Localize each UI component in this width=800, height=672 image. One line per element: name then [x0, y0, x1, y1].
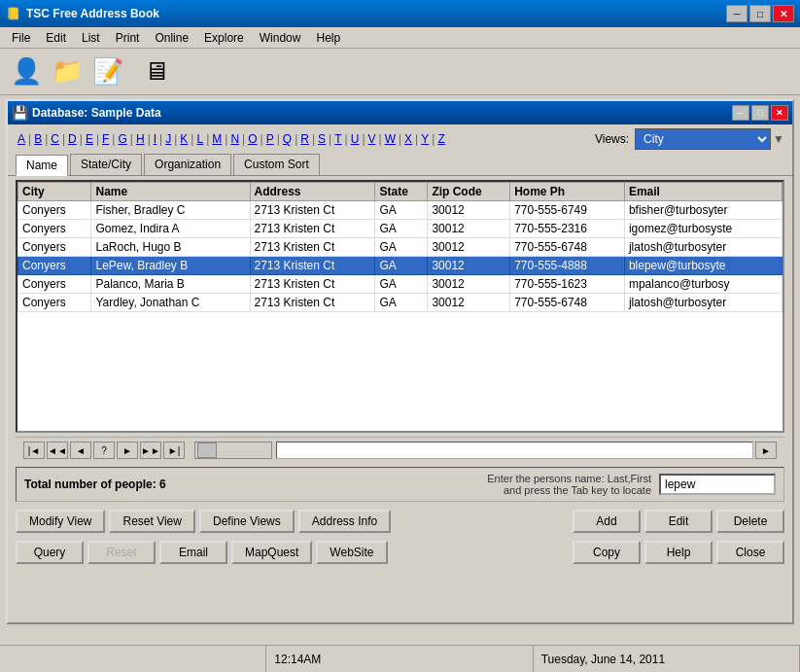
reset-button[interactable]: Reset	[87, 541, 156, 564]
status-time: 12:14AM	[266, 646, 533, 672]
db-title: Database: Sample Data	[32, 106, 161, 120]
alpha-F[interactable]: F	[100, 132, 111, 146]
alpha-Q[interactable]: Q	[281, 132, 294, 146]
menu-print[interactable]: Print	[108, 29, 148, 47]
alpha-X[interactable]: X	[402, 132, 414, 146]
col-state[interactable]: State	[375, 183, 428, 201]
toolbar-person-button[interactable]: 👤	[8, 53, 45, 90]
alpha-J[interactable]: J	[163, 132, 173, 146]
add-button[interactable]: Add	[573, 510, 641, 533]
nav-scrollbar[interactable]	[194, 442, 272, 459]
edit-button[interactable]: Edit	[644, 510, 713, 533]
alpha-M[interactable]: M	[210, 132, 224, 146]
tab-name[interactable]: Name	[16, 155, 68, 176]
nav-help[interactable]: ?	[93, 442, 115, 459]
table-row[interactable]: ConyersLePew, Bradley B2713 Kristen CtGA…	[18, 257, 783, 275]
db-icon: 💾	[12, 105, 28, 121]
scroll-right[interactable]: ►	[755, 442, 777, 459]
menu-edit[interactable]: Edit	[38, 29, 74, 47]
app-icon: 📒	[6, 7, 20, 20]
nav-prev-page[interactable]: ◄◄	[47, 442, 68, 459]
tab-custom-sort[interactable]: Custom Sort	[233, 154, 320, 175]
search-hint: Enter the persons name: Last,Firstand pr…	[487, 473, 651, 496]
db-close-btn[interactable]: ✕	[771, 105, 788, 121]
views-dropdown[interactable]: City State Zip Name	[635, 128, 771, 150]
alpha-O[interactable]: O	[246, 132, 259, 146]
col-zip[interactable]: Zip Code	[428, 183, 510, 201]
table-row[interactable]: ConyersLaRoch, Hugo B2713 Kristen CtGA30…	[18, 238, 783, 257]
title-bar: 📒 TSC Free Address Book ─ □ ✕	[0, 0, 800, 27]
alpha-T[interactable]: T	[332, 132, 343, 146]
menu-help[interactable]: Help	[308, 29, 348, 47]
maximize-button[interactable]: □	[749, 5, 771, 22]
col-name[interactable]: Name	[91, 183, 250, 201]
tab-bar: Name State/City Organization Custom Sort	[8, 154, 792, 176]
alpha-R[interactable]: R	[298, 132, 311, 146]
delete-button[interactable]: Delete	[716, 510, 784, 533]
toolbar-folder-button[interactable]: 📁	[49, 53, 86, 90]
alpha-W[interactable]: W	[383, 132, 398, 146]
reset-view-button[interactable]: Reset View	[109, 510, 194, 533]
folder-icon: 📁	[52, 56, 83, 87]
close-button[interactable]: Close	[716, 541, 784, 564]
nav-next-page[interactable]: ►►	[140, 442, 161, 459]
table-row[interactable]: ConyersPalanco, Maria B2713 Kristen CtGA…	[18, 275, 783, 294]
alpha-I[interactable]: I	[152, 132, 158, 146]
nav-first[interactable]: |◄	[23, 442, 45, 459]
alpha-Z[interactable]: Z	[435, 132, 446, 146]
db-maximize-btn[interactable]: □	[751, 105, 769, 121]
alpha-V[interactable]: V	[366, 132, 378, 146]
modify-view-button[interactable]: Modify View	[16, 510, 105, 533]
alpha-A[interactable]: A	[16, 132, 27, 146]
search-input[interactable]	[659, 474, 776, 495]
menu-list[interactable]: List	[74, 29, 108, 47]
tab-state-city[interactable]: State/City	[70, 154, 142, 175]
alpha-P[interactable]: P	[264, 132, 276, 146]
help-button[interactable]: Help	[644, 541, 713, 564]
alpha-bar: A| B| C| D| E| F| G| H| I| J| K| L| M| N…	[16, 132, 447, 146]
alpha-Y[interactable]: Y	[419, 132, 431, 146]
menu-window[interactable]: Window	[252, 29, 309, 47]
define-views-button[interactable]: Define Views	[199, 510, 295, 533]
website-button[interactable]: WebSite	[316, 541, 387, 564]
col-phone[interactable]: Home Ph	[510, 183, 625, 201]
db-minimize-btn[interactable]: ─	[732, 105, 749, 121]
alpha-L[interactable]: L	[194, 132, 205, 146]
address-info-button[interactable]: Address Info	[298, 510, 391, 533]
alpha-N[interactable]: N	[228, 132, 241, 146]
col-city[interactable]: City	[18, 183, 91, 201]
alpha-K[interactable]: K	[178, 132, 190, 146]
table-row[interactable]: ConyersYardley, Jonathan C2713 Kristen C…	[18, 294, 783, 312]
toolbar-note-button[interactable]: 📝	[89, 53, 126, 90]
copy-button[interactable]: Copy	[573, 541, 641, 564]
mapquest-button[interactable]: MapQuest	[231, 541, 312, 564]
table-row[interactable]: ConyersGomez, Indira A2713 Kristen CtGA3…	[18, 220, 783, 238]
table-row[interactable]: ConyersFisher, Bradley C2713 Kristen CtG…	[18, 201, 783, 220]
col-email[interactable]: Email	[624, 183, 782, 201]
close-window-button[interactable]: ✕	[773, 5, 794, 22]
col-address[interactable]: Address	[250, 183, 375, 201]
alpha-D[interactable]: D	[66, 132, 79, 146]
scrollbar-track[interactable]	[276, 442, 753, 459]
alpha-S[interactable]: S	[316, 132, 328, 146]
tab-organization[interactable]: Organization	[144, 154, 231, 175]
views-section: Views: City State Zip Name ▼	[595, 128, 784, 150]
data-table-container: City Name Address State Zip Code Home Ph…	[16, 180, 784, 433]
app-title: TSC Free Address Book	[26, 7, 159, 20]
menu-online[interactable]: Online	[147, 29, 196, 47]
email-button[interactable]: Email	[159, 541, 227, 564]
query-button[interactable]: Query	[16, 541, 84, 564]
alpha-C[interactable]: C	[49, 132, 61, 146]
alpha-H[interactable]: H	[134, 132, 147, 146]
nav-next[interactable]: ►	[117, 442, 138, 459]
alpha-E[interactable]: E	[84, 132, 95, 146]
alpha-B[interactable]: B	[32, 132, 44, 146]
nav-prev[interactable]: ◄	[70, 442, 91, 459]
alpha-G[interactable]: G	[116, 132, 128, 146]
toolbar-monitor-button[interactable]: 🖥	[138, 53, 175, 90]
nav-last[interactable]: ►|	[163, 442, 185, 459]
menu-file[interactable]: File	[4, 29, 38, 47]
alpha-U[interactable]: U	[349, 132, 362, 146]
minimize-button[interactable]: ─	[726, 5, 748, 22]
menu-explore[interactable]: Explore	[196, 29, 252, 47]
